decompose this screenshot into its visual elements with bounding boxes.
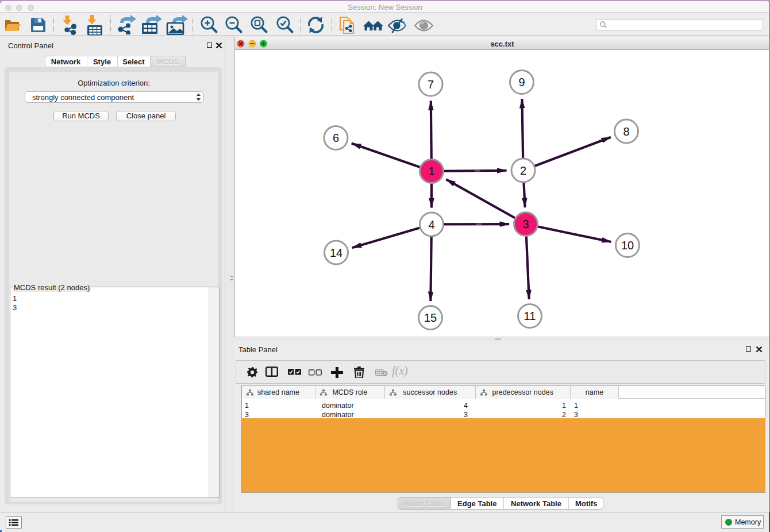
svg-text:14: 14: [330, 246, 342, 259]
svg-text:3: 3: [522, 218, 529, 230]
svg-text:8: 8: [623, 125, 629, 138]
svg-text:2: 2: [520, 164, 526, 177]
svg-text:7: 7: [428, 78, 434, 91]
svg-text:11: 11: [524, 310, 536, 322]
svg-text:4: 4: [428, 218, 434, 231]
svg-text:10: 10: [621, 239, 634, 252]
svg-text:9: 9: [518, 76, 525, 88]
svg-text:15: 15: [424, 311, 437, 324]
svg-text:6: 6: [333, 132, 339, 144]
svg-text:1: 1: [428, 165, 434, 178]
